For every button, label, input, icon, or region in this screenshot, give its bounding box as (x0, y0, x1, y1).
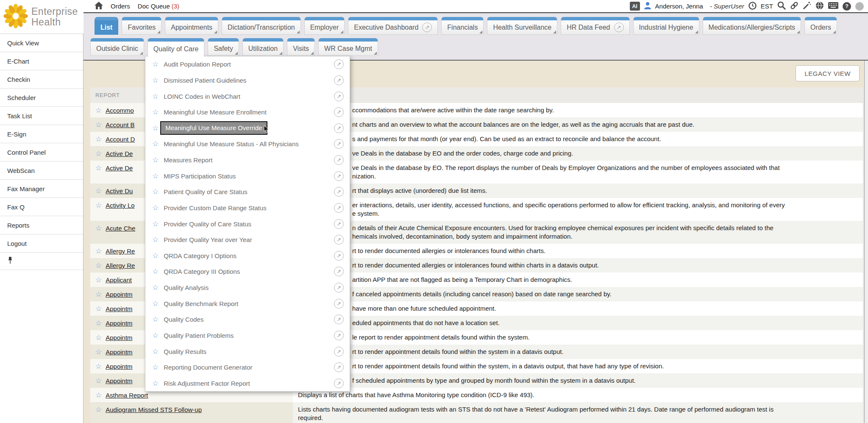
favorite-star-icon[interactable] (152, 172, 159, 181)
favorite-star-icon[interactable] (152, 108, 159, 117)
favorite-star-icon[interactable] (152, 251, 159, 260)
open-in-new-icon[interactable] (334, 139, 344, 149)
report-link[interactable]: Account D (106, 136, 135, 143)
dropdown-item[interactable]: Quality Results (145, 343, 350, 359)
favorite-star-icon[interactable] (152, 76, 159, 85)
vertical-scrollbar[interactable] (864, 61, 868, 423)
sidebar-item[interactable]: Logout (0, 234, 83, 253)
dropdown-item[interactable]: Meaningful Use Measure Enrollment (145, 104, 350, 120)
sidebar-item[interactable]: Task List (0, 107, 83, 125)
dropdown-item[interactable]: Quality Benchmark Report (145, 295, 350, 312)
open-in-new-icon[interactable] (334, 107, 344, 117)
open-in-new-icon[interactable] (334, 235, 344, 245)
clock-icon[interactable] (748, 2, 757, 11)
report-link[interactable]: Active De (106, 164, 133, 172)
tab-item[interactable]: Favorites (122, 17, 161, 35)
open-in-new-icon[interactable] (334, 347, 344, 356)
sidebar-item[interactable]: E-Sign (0, 125, 83, 143)
report-link[interactable]: Active Du (106, 187, 133, 195)
report-link[interactable]: Audiogram Missed STS Follow-up (106, 406, 202, 413)
globe-icon[interactable] (815, 1, 824, 11)
open-in-new-icon[interactable] (334, 75, 344, 85)
report-link[interactable]: Appointm (106, 320, 132, 327)
dropdown-item[interactable]: Meaningful Use Measure Status - All Phys… (145, 136, 350, 152)
favorite-star-icon[interactable] (152, 139, 159, 148)
open-in-new-icon[interactable] (334, 59, 344, 69)
tab-item[interactable]: Outside Clinic (90, 38, 144, 56)
dropdown-item[interactable]: LOINC Codes in WebChart (145, 88, 350, 104)
tab-item[interactable]: HR Data Feed (561, 17, 629, 35)
favorite-star-icon[interactable] (95, 121, 102, 129)
open-in-new-icon[interactable] (334, 267, 344, 276)
external-link-icon[interactable] (422, 22, 432, 32)
open-in-new-icon[interactable] (334, 299, 344, 309)
tab-item[interactable]: Utilization (242, 38, 284, 56)
report-link[interactable]: Appointm (106, 305, 132, 312)
sidebar-item[interactable]: Control Panel (0, 143, 83, 161)
favorite-star-icon[interactable] (95, 262, 102, 270)
tab-item[interactable]: Quality of Care (147, 38, 205, 57)
favorite-star-icon[interactable] (152, 203, 159, 212)
favorite-star-icon[interactable] (95, 348, 102, 356)
tab-item[interactable]: Employer (304, 17, 345, 35)
sidebar-item[interactable]: Scheduler (0, 89, 83, 107)
help-icon[interactable]: ? (843, 2, 851, 11)
favorite-star-icon[interactable] (95, 377, 102, 385)
doc-queue-link[interactable]: Doc Queue(3) (138, 3, 179, 10)
favorite-star-icon[interactable] (95, 319, 102, 327)
sidebar-pin[interactable] (0, 253, 83, 270)
favorite-star-icon[interactable] (95, 150, 102, 158)
favorite-star-icon[interactable] (152, 92, 159, 101)
open-in-new-icon[interactable] (334, 331, 344, 340)
favorite-star-icon[interactable] (95, 305, 102, 313)
open-in-new-icon[interactable] (334, 171, 344, 181)
favorite-star-icon[interactable] (95, 164, 102, 172)
report-link[interactable]: Appointm (106, 291, 132, 298)
dropdown-item[interactable]: Patient Quality of Care Status (145, 184, 350, 200)
sidebar-item[interactable]: Checkin (0, 70, 83, 89)
report-link[interactable]: Appointm (106, 348, 132, 356)
report-link[interactable]: Allergy Re (106, 262, 135, 269)
wand-icon[interactable] (803, 1, 811, 11)
tab-item[interactable]: Executive Dashboard (348, 17, 438, 35)
open-in-new-icon[interactable] (334, 378, 344, 388)
favorite-star-icon[interactable] (152, 283, 159, 292)
open-in-new-icon[interactable] (334, 219, 344, 229)
open-in-new-icon[interactable] (334, 92, 344, 101)
tab-item[interactable]: Appointments (165, 17, 218, 35)
sidebar-item[interactable]: Reports (0, 216, 83, 234)
report-link[interactable]: Asthma Report (106, 392, 148, 399)
tab-item[interactable]: Health Surveillance (487, 17, 557, 35)
favorite-star-icon[interactable] (152, 156, 159, 164)
favorite-star-icon[interactable] (95, 187, 102, 195)
tab-item[interactable]: Visits (287, 38, 315, 56)
tab-item[interactable]: Medications/Allergies/Scripts (703, 17, 801, 35)
favorite-star-icon[interactable] (152, 347, 159, 356)
dropdown-item[interactable]: Provider Quality of Care Status (145, 216, 350, 232)
favorite-star-icon[interactable] (152, 220, 159, 228)
favorite-star-icon[interactable] (95, 247, 102, 255)
home-icon[interactable] (95, 2, 103, 11)
dropdown-item[interactable]: Quality Codes (145, 312, 350, 328)
open-in-new-icon[interactable] (334, 203, 344, 213)
sidebar-item[interactable]: Fax Manager (0, 180, 83, 198)
dropdown-item[interactable]: Audit Population Report (145, 56, 350, 72)
open-in-new-icon[interactable] (334, 251, 344, 261)
favorite-star-icon[interactable] (152, 267, 159, 276)
favorite-star-icon[interactable] (95, 106, 102, 114)
favorite-star-icon[interactable] (152, 315, 159, 324)
tab-item[interactable]: Orders (804, 17, 837, 35)
tab-item[interactable]: Safety (208, 38, 239, 56)
dropdown-item[interactable]: QRDA Category III Options (145, 264, 350, 280)
open-in-new-icon[interactable] (334, 123, 344, 133)
dropdown-item[interactable]: QRDA Category I Options (145, 248, 350, 264)
favorite-star-icon[interactable] (152, 235, 159, 244)
favorite-star-icon[interactable] (152, 60, 159, 69)
report-link[interactable]: Acute Che (106, 225, 135, 232)
search-icon[interactable] (777, 1, 786, 11)
favorite-star-icon[interactable] (95, 334, 102, 342)
dropdown-item[interactable]: Meaningful Use Measure Override (145, 120, 350, 136)
dropdown-item[interactable]: Provider Custom Date Range Status (145, 200, 350, 216)
dropdown-item[interactable]: Quality Analysis (145, 280, 350, 296)
dropdown-item[interactable]: Quality Patient Problems (145, 328, 350, 344)
